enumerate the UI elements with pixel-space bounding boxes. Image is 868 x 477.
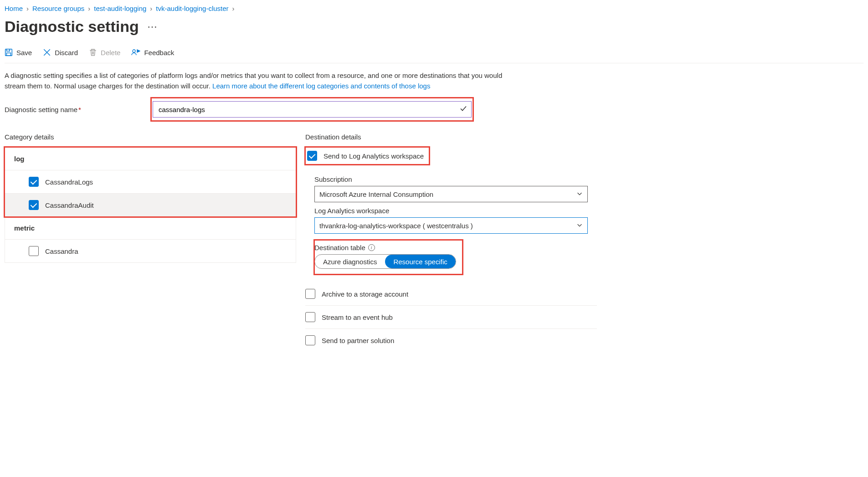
- chevron-down-icon: [576, 222, 583, 230]
- delete-button: Delete: [89, 48, 120, 56]
- pill-azure-diagnostics[interactable]: Azure diagnostics: [315, 255, 385, 268]
- archive-storage-checkbox[interactable]: [305, 289, 315, 299]
- send-law-label: Send to Log Analytics workspace: [324, 152, 424, 160]
- setting-name-input-highlight: [153, 99, 472, 119]
- breadcrumb-home[interactable]: Home: [5, 5, 23, 12]
- law-config-block: Subscription Microsoft Azure Internal Co…: [305, 166, 597, 282]
- save-label: Save: [16, 49, 32, 56]
- cassandra-metric-item: Cassandra: [5, 240, 296, 262]
- metric-group-heading: metric: [5, 217, 296, 240]
- learn-more-link[interactable]: Learn more about the different log categ…: [212, 82, 430, 90]
- save-icon: [5, 48, 13, 56]
- law-dropdown[interactable]: thvankra-log-analytics-workspace ( westc…: [314, 217, 588, 234]
- close-icon: [43, 48, 51, 56]
- breadcrumb-rg-name[interactable]: test-audit-logging: [94, 5, 146, 12]
- page-title-row: Diagnostic setting ⋯: [5, 18, 863, 36]
- partner-solution-label: Send to partner solution: [322, 337, 394, 344]
- stream-eventhub-label: Stream to an event hub: [322, 313, 393, 321]
- setting-name-label: Diagnostic setting name*: [5, 106, 153, 113]
- breadcrumb: Home › Resource groups › test-audit-logg…: [5, 5, 863, 12]
- setting-name-input[interactable]: [153, 101, 472, 118]
- info-icon[interactable]: i: [368, 244, 375, 251]
- law-value: thvankra-log-analytics-workspace ( westc…: [319, 222, 473, 230]
- cassandra-audit-checkbox[interactable]: [29, 200, 39, 210]
- law-label: Log Analytics workspace: [314, 207, 597, 215]
- cassandra-logs-label: CassandraLogs: [45, 178, 93, 186]
- destination-details-column: Destination details Send to Log Analytic…: [305, 133, 597, 352]
- delete-label: Delete: [101, 49, 120, 56]
- send-law-checkbox[interactable]: [307, 151, 317, 161]
- destination-table-toggle: Azure diagnostics Resource specific: [314, 254, 456, 269]
- chevron-right-icon: ›: [150, 5, 152, 12]
- toolbar: Save Discard Delete Feedback: [5, 48, 863, 63]
- chevron-down-icon: [576, 190, 583, 198]
- destination-details-heading: Destination details: [305, 133, 597, 141]
- stream-eventhub-checkbox[interactable]: [305, 312, 315, 322]
- cassandra-metric-label: Cassandra: [45, 247, 78, 255]
- subscription-value: Microsoft Azure Internal Consumption: [319, 190, 433, 198]
- svg-rect-1: [7, 53, 11, 56]
- feedback-button[interactable]: Feedback: [131, 48, 174, 56]
- archive-storage-row: Archive to a storage account: [305, 282, 597, 306]
- trash-icon: [89, 48, 97, 56]
- breadcrumb-resource-groups[interactable]: Resource groups: [32, 5, 84, 12]
- setting-name-label-text: Diagnostic setting name: [5, 106, 77, 113]
- page-title: Diagnostic setting: [5, 18, 139, 36]
- chevron-right-icon: ›: [88, 5, 90, 12]
- description-text: A diagnostic setting specifies a list of…: [5, 71, 506, 91]
- discard-button[interactable]: Discard: [43, 48, 78, 56]
- subscription-label: Subscription: [314, 175, 597, 183]
- svg-point-2: [133, 50, 135, 52]
- stream-eventhub-row: Stream to an event hub: [305, 306, 597, 329]
- cassandra-logs-checkbox[interactable]: [29, 177, 39, 187]
- log-group-heading: log: [5, 148, 296, 170]
- feedback-label: Feedback: [144, 49, 174, 56]
- cassandra-audit-label: CassandraAudit: [45, 201, 94, 209]
- send-law-highlight: Send to Log Analytics workspace: [305, 147, 429, 164]
- metric-category-box: metric Cassandra: [5, 217, 296, 263]
- more-actions-button[interactable]: ⋯: [147, 21, 158, 33]
- feedback-icon: [131, 48, 140, 56]
- breadcrumb-cluster-name[interactable]: tvk-audit-logging-cluster: [156, 5, 228, 12]
- cassandra-audit-item: CassandraAudit: [5, 194, 296, 216]
- required-indicator: *: [78, 106, 81, 113]
- log-category-box: log CassandraLogs CassandraAudit: [5, 147, 296, 217]
- pill-resource-specific[interactable]: Resource specific: [385, 255, 455, 268]
- discard-label: Discard: [55, 49, 78, 56]
- subscription-dropdown[interactable]: Microsoft Azure Internal Consumption: [314, 186, 588, 202]
- archive-storage-label: Archive to a storage account: [322, 290, 408, 298]
- partner-solution-checkbox[interactable]: [305, 335, 315, 345]
- destination-table-highlight: Destination table i Azure diagnostics Re…: [314, 240, 462, 274]
- cassandra-metric-checkbox[interactable]: [29, 246, 39, 256]
- cassandra-logs-item: CassandraLogs: [5, 170, 296, 194]
- chevron-right-icon: ›: [232, 5, 235, 12]
- chevron-right-icon: ›: [26, 5, 29, 12]
- setting-name-field: Diagnostic setting name*: [5, 99, 863, 119]
- category-details-column: Category details log CassandraLogs Cassa…: [5, 133, 296, 352]
- save-button[interactable]: Save: [5, 48, 32, 56]
- partner-solution-row: Send to partner solution: [305, 329, 597, 352]
- category-details-heading: Category details: [5, 133, 296, 141]
- destination-table-label-row: Destination table i: [314, 244, 456, 251]
- destination-table-label: Destination table: [314, 244, 365, 251]
